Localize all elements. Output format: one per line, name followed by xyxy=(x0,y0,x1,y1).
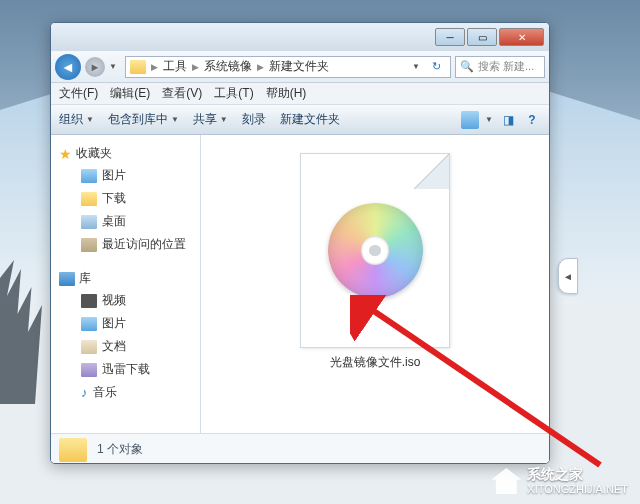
file-item-iso[interactable]: 光盘镜像文件.iso xyxy=(294,147,456,377)
navigation-bar: ◄ ► ▼ ▶ 工具 ▶ 系统镜像 ▶ 新建文件夹 ▼ ↻ 🔍 搜索 新建... xyxy=(51,51,549,83)
file-name-label: 光盘镜像文件.iso xyxy=(330,354,421,371)
minimize-button[interactable]: ─ xyxy=(435,28,465,46)
pictures-icon xyxy=(81,169,97,183)
folder-icon xyxy=(130,60,146,74)
expand-button[interactable]: ◄ xyxy=(558,258,578,294)
sidebar-item-desktop[interactable]: 桌面 xyxy=(63,210,196,233)
menu-bar: 文件(F) 编辑(E) 查看(V) 工具(T) 帮助(H) xyxy=(51,83,549,105)
close-button[interactable]: ✕ xyxy=(499,28,544,46)
refresh-icon[interactable]: ↻ xyxy=(426,60,446,73)
library-icon xyxy=(59,272,75,286)
house-icon xyxy=(491,468,521,494)
disc-icon xyxy=(328,203,423,298)
downloads-icon xyxy=(81,192,97,206)
favorites-header[interactable]: ★ 收藏夹 xyxy=(55,143,196,164)
sidebar-item-video[interactable]: 视频 xyxy=(63,289,196,312)
breadcrumb-item[interactable]: 新建文件夹 xyxy=(269,58,329,75)
star-icon: ★ xyxy=(59,146,72,162)
menu-edit[interactable]: 编辑(E) xyxy=(110,85,150,102)
page-fold-icon xyxy=(414,154,449,189)
address-dropdown[interactable]: ▼ xyxy=(412,62,424,71)
menu-help[interactable]: 帮助(H) xyxy=(266,85,307,102)
back-button[interactable]: ◄ xyxy=(55,54,81,80)
search-icon: 🔍 xyxy=(460,60,474,73)
menu-file[interactable]: 文件(F) xyxy=(59,85,98,102)
sidebar-item-recent[interactable]: 最近访问的位置 xyxy=(63,233,196,256)
recent-icon xyxy=(81,238,97,252)
chevron-right-icon: ▶ xyxy=(148,62,161,72)
watermark: 系统之家 XITONGZHIJIA.NET xyxy=(491,466,628,496)
sidebar-item-pictures[interactable]: 图片 xyxy=(63,164,196,187)
search-placeholder: 搜索 新建... xyxy=(478,59,534,74)
video-icon xyxy=(81,294,97,308)
folder-icon xyxy=(59,438,87,462)
sidebar-item-music[interactable]: ♪音乐 xyxy=(63,381,196,404)
view-dropdown[interactable]: ▼ xyxy=(485,115,493,124)
forward-button[interactable]: ► xyxy=(85,57,105,77)
preview-pane-icon[interactable]: ◨ xyxy=(499,111,517,129)
chevron-right-icon: ▶ xyxy=(254,62,267,72)
watermark-url: XITONGZHIJIA.NET xyxy=(527,483,628,496)
sidebar-item-lib-pictures[interactable]: 图片 xyxy=(63,312,196,335)
address-bar[interactable]: ▶ 工具 ▶ 系统镜像 ▶ 新建文件夹 ▼ ↻ xyxy=(125,56,451,78)
music-icon: ♪ xyxy=(81,385,88,400)
sidebar-item-downloads[interactable]: 下载 xyxy=(63,187,196,210)
library-header[interactable]: 库 xyxy=(55,268,196,289)
toolbar: 组织▼ 包含到库中▼ 共享▼ 刻录 新建文件夹 ▼ ◨ ? xyxy=(51,105,549,135)
menu-tools[interactable]: 工具(T) xyxy=(214,85,253,102)
view-options-icon[interactable] xyxy=(461,111,479,129)
file-list[interactable]: 光盘镜像文件.iso xyxy=(201,135,549,433)
search-input[interactable]: 🔍 搜索 新建... xyxy=(455,56,545,78)
iso-thumbnail xyxy=(300,153,450,348)
xunlei-icon xyxy=(81,363,97,377)
pictures-icon xyxy=(81,317,97,331)
explorer-window: ─ ▭ ✕ ◄ ► ▼ ▶ 工具 ▶ 系统镜像 ▶ 新建文件夹 ▼ ↻ 🔍 搜索… xyxy=(50,22,550,464)
burn-button[interactable]: 刻录 xyxy=(242,111,266,128)
include-library-button[interactable]: 包含到库中▼ xyxy=(108,111,179,128)
menu-view[interactable]: 查看(V) xyxy=(162,85,202,102)
navigation-pane: ★ 收藏夹 图片 下载 桌面 最近访问的位置 库 视频 图片 xyxy=(51,135,201,433)
sidebar-item-documents[interactable]: 文档 xyxy=(63,335,196,358)
breadcrumb-item[interactable]: 工具 xyxy=(163,58,187,75)
watermark-title: 系统之家 xyxy=(527,466,628,483)
desktop-icon xyxy=(81,215,97,229)
breadcrumb-item[interactable]: 系统镜像 xyxy=(204,58,252,75)
help-icon[interactable]: ? xyxy=(523,111,541,129)
maximize-button[interactable]: ▭ xyxy=(467,28,497,46)
documents-icon xyxy=(81,340,97,354)
item-count: 1 个对象 xyxy=(97,441,143,458)
status-bar: 1 个对象 xyxy=(51,433,549,464)
share-button[interactable]: 共享▼ xyxy=(193,111,228,128)
chevron-right-icon: ▶ xyxy=(189,62,202,72)
titlebar: ─ ▭ ✕ xyxy=(51,23,549,51)
new-folder-button[interactable]: 新建文件夹 xyxy=(280,111,340,128)
sidebar-item-xunlei[interactable]: 迅雷下载 xyxy=(63,358,196,381)
nav-history-dropdown[interactable]: ▼ xyxy=(109,62,121,71)
organize-button[interactable]: 组织▼ xyxy=(59,111,94,128)
